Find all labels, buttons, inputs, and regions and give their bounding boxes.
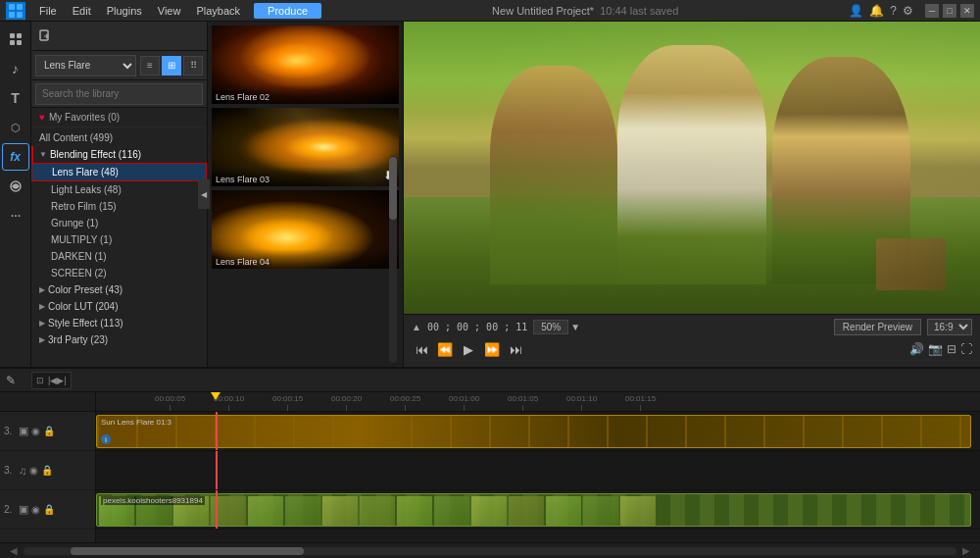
eye-toggle[interactable]: ◉ — [31, 504, 40, 515]
panel-toolbar — [31, 22, 207, 51]
tree-label: MULTIPLY (1) — [51, 234, 112, 245]
go-to-start-button[interactable]: ⏮ — [412, 339, 431, 359]
zoom-in-icon[interactable]: |◀▶| — [48, 376, 67, 385]
tool-transition[interactable]: ⬡ — [2, 114, 29, 141]
tree-label: DARKEN (1) — [51, 251, 107, 262]
tree-3rd-party[interactable]: ▶ 3rd Party (23) — [31, 331, 207, 348]
tool-overlay[interactable] — [2, 173, 29, 200]
zoom-value[interactable]: 50% — [533, 320, 568, 334]
expand-icon: ▶ — [39, 285, 45, 294]
timeline-scrollbar[interactable] — [24, 547, 956, 555]
search-input[interactable] — [35, 83, 203, 105]
playhead-marker[interactable] — [211, 392, 220, 400]
clip-overlay[interactable]: Sun Lens Flare 01:3 i — [96, 415, 971, 448]
large-grid-icon[interactable]: ⠿ — [183, 56, 203, 76]
timeline-ruler: 00:00:05 00:00:10 00:00:15 00:00:20 00:0… — [96, 392, 980, 412]
aspect-ratio-select[interactable]: 16:9 4:3 1:1 — [927, 319, 972, 335]
thumb-lf04[interactable]: Lens Flare 04 — [212, 190, 399, 269]
svg-rect-4 — [10, 33, 15, 38]
media-item-02[interactable]: Lens Flare 03 ⬇ — [212, 108, 399, 186]
tree-multiply[interactable]: MULTIPLY (1) — [31, 231, 207, 248]
ruler-mark-8: 00:01:10 — [566, 394, 597, 411]
tree-color-lut[interactable]: ▶ Color LUT (204) — [31, 298, 207, 315]
scroll-right-button[interactable]: ▶ — [956, 545, 976, 556]
produce-button[interactable]: Produce — [254, 3, 321, 19]
tool-title[interactable]: T — [2, 84, 29, 112]
category-dropdown[interactable]: Lens Flare Light Leaks Retro Film — [35, 55, 136, 76]
panel-collapse-button[interactable]: ◀ — [198, 179, 210, 209]
snapshot-icon[interactable]: 📷 — [928, 342, 943, 356]
user-icon[interactable]: 👤 — [849, 4, 863, 18]
expand-icon: ▼ — [39, 150, 47, 159]
thumb-lf02[interactable]: Lens Flare 02 — [212, 25, 399, 104]
fullscreen-icon[interactable]: ⛶ — [960, 342, 972, 356]
tree-style-effect[interactable]: ▶ Style Effect (113) — [31, 315, 207, 331]
menu-plugins[interactable]: Plugins — [101, 3, 148, 19]
ruler-mark-4: 00:00:20 — [331, 394, 362, 411]
library-panel: Lens Flare Light Leaks Retro Film ≡ ⊞ ⠿ … — [31, 22, 208, 367]
project-title: New Untitled Project* 10:44 last saved — [325, 5, 845, 17]
tree-color-preset[interactable]: ▶ Color Preset (43) — [31, 281, 207, 298]
edit-pencil-icon[interactable]: ✎ — [6, 374, 16, 387]
volume-control-icon[interactable]: 🔊 — [909, 342, 924, 356]
bell-icon[interactable]: 🔔 — [869, 4, 884, 18]
scrollbar-thumb[interactable] — [71, 547, 304, 555]
lock-toggle[interactable]: 🔒 — [41, 465, 53, 476]
tool-more[interactable]: ··· — [2, 202, 29, 229]
tree-retro-film[interactable]: Retro Film (15) — [31, 198, 207, 215]
tree-darken[interactable]: DARKEN (1) — [31, 248, 207, 265]
ruler-mark-9: 00:01:15 — [625, 394, 656, 411]
eye-toggle[interactable]: ◉ — [29, 465, 38, 476]
info-dot[interactable]: i — [101, 434, 111, 444]
lock-toggle[interactable]: 🔒 — [43, 426, 55, 436]
preview-controls-bottom: ⏮ ⏪ ▶ ⏩ ⏭ 🔊 📷 ⊟ ⛶ — [412, 339, 972, 359]
thumb-lf03[interactable]: Lens Flare 03 ⬇ — [212, 108, 399, 186]
fit-icon[interactable]: ⊡ — [36, 376, 44, 385]
tool-media[interactable] — [2, 25, 29, 53]
tree-light-leaks[interactable]: Light Leaks (48) — [31, 181, 207, 198]
media-item-03[interactable]: Lens Flare 04 — [212, 190, 399, 269]
favorites-row[interactable]: ♥ My Favorites (0) — [31, 108, 207, 127]
tree-lens-flare[interactable]: Lens Flare (48) — [31, 163, 207, 181]
eye-toggle[interactable]: ◉ — [31, 426, 40, 436]
zoom-dropdown-icon[interactable]: ▼ — [570, 322, 580, 332]
svg-rect-5 — [17, 33, 22, 38]
menu-right-icons: 👤 🔔 ? ⚙ — [849, 4, 913, 18]
menu-playback[interactable]: Playback — [190, 3, 246, 19]
tree-grunge[interactable]: Grunge (1) — [31, 215, 207, 231]
close-button[interactable]: ✕ — [960, 4, 974, 18]
all-content-header[interactable]: All Content (499) — [31, 129, 207, 146]
help-icon[interactable]: ? — [890, 4, 897, 18]
menu-edit[interactable]: Edit — [67, 3, 97, 19]
step-back-button[interactable]: ⏪ — [435, 339, 455, 359]
menu-bar: File Edit Plugins View Playback Produce … — [0, 0, 980, 22]
scroll-left-button[interactable]: ◀ — [4, 545, 24, 556]
tree-blending-effect[interactable]: ▼ Blending Effect (116) — [31, 146, 207, 163]
tool-fx[interactable]: fx — [2, 143, 29, 171]
grid-view-icon[interactable]: ⊞ — [162, 56, 181, 76]
go-to-end-button[interactable]: ⏭ — [506, 339, 525, 359]
step-forward-button[interactable]: ⏩ — [482, 339, 502, 359]
track-label-3-audio: 3. ♫ ◉ 🔒 — [0, 451, 95, 490]
render-preview-button[interactable]: Render Preview — [834, 319, 921, 335]
maximize-button[interactable]: □ — [943, 4, 956, 18]
menu-view[interactable]: View — [152, 3, 187, 19]
tree-label: Light Leaks (48) — [51, 184, 122, 195]
view-icons: ≡ ⊞ ⠿ — [140, 56, 203, 76]
menu-file[interactable]: File — [33, 3, 63, 19]
ruler-mark-5: 00:00:25 — [390, 394, 420, 411]
play-pause-button[interactable]: ▶ — [459, 339, 478, 359]
lock-toggle[interactable]: 🔒 — [43, 504, 55, 515]
settings-icon[interactable]: ⚙ — [903, 4, 913, 18]
media-item-01[interactable]: Lens Flare 02 — [212, 25, 399, 104]
split-view-icon[interactable]: ⊟ — [947, 342, 956, 356]
list-view-icon[interactable]: ≡ — [140, 56, 160, 76]
minimize-button[interactable]: ─ — [925, 4, 939, 18]
scrollbar-thumb[interactable] — [389, 157, 397, 219]
clip-video[interactable]: pexels.koolshooters8931894 — [96, 493, 971, 527]
tree-screen[interactable]: SCREEN (2) — [31, 265, 207, 281]
playhead-line — [216, 490, 218, 529]
tree-label: Style Effect (113) — [48, 318, 123, 329]
import-button[interactable] — [35, 25, 57, 47]
tool-music[interactable]: ♪ — [2, 55, 29, 82]
